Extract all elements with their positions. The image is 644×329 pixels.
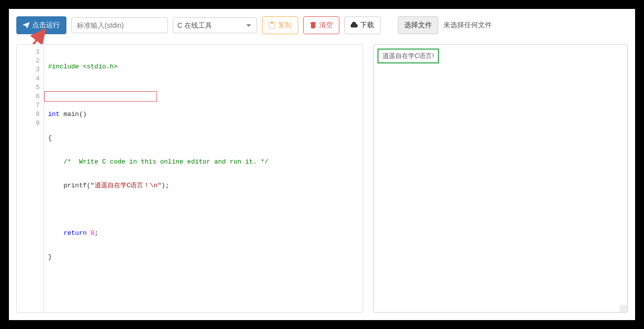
- code-token: "逍遥自在学C语言！\n": [91, 182, 161, 189]
- code-token: [48, 182, 63, 189]
- no-file-text: 未选择任何文件: [443, 21, 492, 30]
- code-token: ;: [165, 182, 169, 189]
- code-token: int: [48, 110, 59, 118]
- copy-button[interactable]: 复制: [262, 16, 298, 34]
- copy-button-label: 复制: [278, 20, 292, 30]
- choose-file-label: 选择文件: [404, 20, 432, 30]
- code-token: return: [63, 229, 87, 237]
- trash-icon: [310, 22, 317, 29]
- run-button[interactable]: 点击运行: [16, 16, 66, 34]
- copy-icon: [268, 22, 275, 29]
- tool-select[interactable]: C 在线工具: [173, 17, 257, 33]
- code-token: [48, 229, 63, 237]
- lineno: 2: [17, 56, 40, 65]
- cloud-download-icon: [351, 22, 358, 29]
- clear-button[interactable]: 清空: [303, 16, 339, 34]
- stdin-input[interactable]: [71, 17, 168, 33]
- code-token: ): [161, 182, 165, 189]
- code-token: /* Write C code in this online editor an…: [63, 158, 268, 165]
- lineno: 6: [17, 92, 40, 101]
- code-token: [87, 229, 91, 237]
- code-token: (: [87, 182, 91, 189]
- lineno: 3: [17, 65, 40, 74]
- download-button-label: 下载: [360, 20, 374, 30]
- code-token: printf: [63, 182, 87, 189]
- toolbar: 点击运行 C 在线工具 复制 清空 下载 选择文件 未选择任何文件: [16, 16, 628, 34]
- page-container: 点击运行 C 在线工具 复制 清空 下载 选择文件 未选择任何文件 1 2: [9, 9, 635, 320]
- code-token: 0: [91, 229, 95, 237]
- choose-file-button[interactable]: 选择文件: [398, 16, 438, 34]
- output-text: 逍遥自在学C语言!: [377, 49, 439, 63]
- code-token: #include <stdio.h>: [48, 63, 117, 70]
- lineno: 8: [17, 110, 40, 119]
- lineno: 9: [17, 119, 40, 128]
- output-pane[interactable]: 逍遥自在学C语言!: [373, 44, 628, 313]
- clear-button-label: 清空: [319, 20, 333, 30]
- run-button-label: 点击运行: [32, 20, 60, 30]
- lineno: 7: [17, 101, 40, 110]
- code-token: ;: [95, 229, 99, 237]
- lineno: 5: [17, 83, 40, 92]
- paper-plane-icon: [23, 22, 30, 29]
- code-editor[interactable]: 1 2 3 4 5 6 7 8 9 #include <stdio.h> int…: [16, 44, 363, 313]
- code-token: main(): [59, 110, 87, 118]
- lineno: 4: [17, 74, 40, 83]
- code-token: }: [48, 253, 52, 261]
- line-gutter: 1 2 3 4 5 6 7 8 9: [17, 45, 44, 312]
- code-content[interactable]: #include <stdio.h> int main() { /* Write…: [44, 45, 363, 312]
- main-area: 1 2 3 4 5 6 7 8 9 #include <stdio.h> int…: [16, 44, 628, 313]
- code-token: {: [48, 134, 52, 142]
- lineno: 1: [17, 48, 40, 56]
- code-token: [48, 158, 63, 165]
- download-button[interactable]: 下载: [344, 16, 380, 34]
